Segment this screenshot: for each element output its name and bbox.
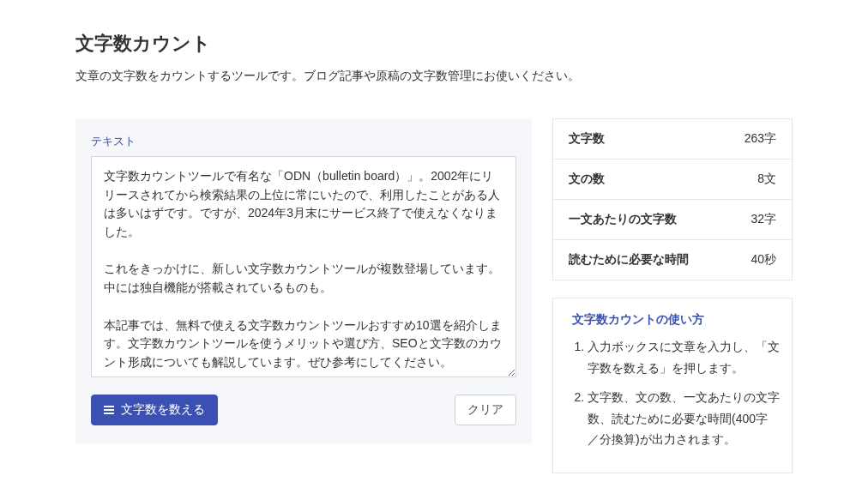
textarea-label: テキスト xyxy=(91,134,516,149)
editor-panel: テキスト 文字数を数える クリア xyxy=(75,118,532,444)
stat-value: 8文 xyxy=(757,172,776,187)
text-input[interactable] xyxy=(91,156,516,377)
howto-title: 文字数カウントの使い方 xyxy=(567,312,780,328)
stat-value: 263字 xyxy=(744,131,776,147)
stat-char-count: 文字数 263字 xyxy=(553,119,792,160)
stats-panel: 文字数 263字 文の数 8文 一文あたりの文字数 32字 読むために必要な時間… xyxy=(552,118,793,280)
stat-chars-per-sentence: 一文あたりの文字数 32字 xyxy=(553,200,792,240)
stat-sentence-count: 文の数 8文 xyxy=(553,160,792,200)
page-subtitle: 文章の文字数をカウントするツールです。ブログ記事や原稿の文字数管理にお使いくださ… xyxy=(75,69,793,84)
howto-step: 入力ボックスに文章を入力し、「文字数を数える」を押します。 xyxy=(588,336,780,378)
count-button[interactable]: 文字数を数える xyxy=(91,395,218,425)
count-button-label: 文字数を数える xyxy=(121,402,205,418)
stat-value: 40秒 xyxy=(750,252,776,268)
howto-step: 文字数、文の数、一文あたりの文字数、読むために必要な時間(400字／分換算)が出… xyxy=(588,387,780,450)
stat-read-time: 読むために必要な時間 40秒 xyxy=(553,240,792,280)
howto-panel: 文字数カウントの使い方 入力ボックスに文章を入力し、「文字数を数える」を押します… xyxy=(552,298,793,473)
page-title: 文字数カウント xyxy=(75,31,793,57)
stat-value: 32字 xyxy=(750,212,776,227)
clear-button-label: クリア xyxy=(467,402,503,416)
clear-button[interactable]: クリア xyxy=(455,395,516,425)
list-icon xyxy=(104,406,114,414)
